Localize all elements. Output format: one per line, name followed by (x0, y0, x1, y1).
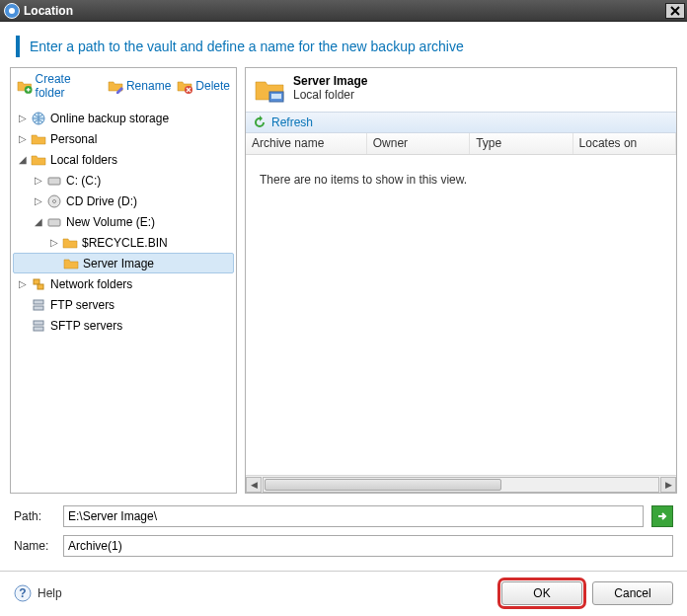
scroll-track[interactable] (263, 477, 659, 493)
tree-label: New Volume (E:) (66, 215, 155, 229)
expand-spacer (17, 299, 29, 311)
refresh-icon (252, 115, 267, 130)
tree-label: Server Image (83, 257, 154, 270)
collapse-icon[interactable]: ◢ (17, 154, 29, 166)
svg-rect-12 (34, 327, 43, 331)
tree-label: SFTP servers (50, 319, 122, 333)
create-folder-link[interactable]: Create folder (17, 72, 102, 100)
col-type[interactable]: Type (470, 133, 572, 154)
cd-icon (46, 193, 62, 209)
tree-item-cd-drive[interactable]: ▷CD Drive (D:) (13, 191, 234, 211)
svg-rect-14 (271, 94, 281, 99)
scroll-thumb[interactable] (265, 479, 501, 491)
network-icon (31, 276, 46, 292)
expand-icon[interactable]: ▷ (33, 175, 44, 187)
scroll-left-button[interactable]: ◀ (246, 477, 262, 493)
expand-icon[interactable]: ▷ (17, 133, 29, 145)
titlebar: Location (0, 0, 687, 22)
close-icon (670, 6, 680, 16)
path-name-form: Path: Name: (0, 494, 687, 563)
empty-message: There are no items to show in this view. (260, 173, 467, 187)
tree-item-ftp[interactable]: FTP servers (13, 294, 234, 315)
folder-tree-panel: Create folder Rename Delete ▷Online back… (10, 67, 237, 494)
refresh-button[interactable]: Refresh (246, 112, 676, 133)
folder-rename-icon (108, 78, 123, 94)
help-link[interactable]: ? Help (14, 584, 62, 602)
detail-header: Server Image Local folder (246, 68, 676, 112)
header-text: Enter a path to the vault and define a n… (30, 38, 464, 54)
window-title: Location (24, 4, 665, 18)
expand-spacer (49, 258, 61, 270)
disk-icon (46, 214, 62, 230)
svg-rect-9 (34, 300, 43, 304)
collapse-icon[interactable]: ◢ (33, 216, 44, 228)
svg-point-5 (53, 199, 56, 202)
folder-delete-icon (177, 78, 192, 94)
tree-label: CD Drive (D:) (66, 194, 137, 208)
svg-rect-7 (34, 279, 39, 284)
header-accent (16, 36, 20, 57)
ok-button[interactable]: OK (501, 581, 582, 605)
detail-name: Server Image (293, 74, 367, 88)
help-label: Help (38, 586, 62, 600)
path-label: Path: (14, 509, 55, 523)
rename-link[interactable]: Rename (108, 72, 171, 100)
folder-plus-icon (17, 78, 33, 94)
expand-icon[interactable]: ▷ (17, 278, 29, 290)
header-instruction: Enter a path to the vault and define a n… (0, 22, 687, 67)
tree-item-server-image[interactable]: Server Image (13, 253, 234, 273)
tree-label: C: (C:) (66, 174, 101, 188)
tree-item-network[interactable]: ▷Network folders (13, 273, 234, 294)
delete-label: Delete (195, 79, 230, 93)
col-owner[interactable]: Owner (367, 133, 470, 154)
expand-icon[interactable]: ▷ (17, 113, 29, 124)
tree-item-c-drive[interactable]: ▷C: (C:) (13, 170, 234, 191)
folder-icon (31, 152, 46, 168)
globe-icon (31, 111, 46, 126)
tree-label: Personal (50, 132, 97, 146)
tree-item-sftp[interactable]: SFTP servers (13, 315, 234, 336)
tree-item-personal[interactable]: ▷Personal (13, 128, 234, 149)
tree-item-recycle[interactable]: ▷$RECYCLE.BIN (13, 232, 234, 253)
tree-label: FTP servers (50, 298, 114, 312)
expand-icon[interactable]: ▷ (48, 237, 60, 249)
refresh-label: Refresh (271, 116, 313, 129)
close-button[interactable] (665, 3, 685, 19)
expand-icon[interactable]: ▷ (33, 195, 44, 207)
detail-subtitle: Local folder (293, 88, 367, 102)
name-input[interactable] (63, 535, 673, 557)
server-icon (31, 297, 46, 313)
create-folder-label: Create folder (36, 72, 102, 100)
col-locates[interactable]: Locates on (573, 133, 676, 154)
tree-item-online[interactable]: ▷Online backup storage (13, 108, 234, 128)
items-list: There are no items to show in this view. (246, 155, 676, 475)
horizontal-scrollbar[interactable]: ◀ ▶ (246, 475, 676, 493)
svg-rect-10 (34, 306, 43, 310)
tree-item-e-drive[interactable]: ◢New Volume (E:) (13, 211, 234, 232)
svg-rect-11 (34, 321, 43, 325)
bottom-bar: ? Help OK Cancel (0, 571, 687, 615)
arrow-right-icon (656, 510, 668, 522)
go-button[interactable] (651, 505, 673, 527)
server-icon (31, 318, 46, 334)
folder-icon (31, 131, 46, 147)
tree-label: Network folders (50, 277, 132, 291)
folder-tree[interactable]: ▷Online backup storage ▷Personal ◢Local … (11, 106, 236, 493)
cancel-button[interactable]: Cancel (592, 581, 673, 605)
svg-text:?: ? (19, 586, 26, 600)
delete-link[interactable]: Delete (177, 72, 230, 100)
expand-spacer (17, 320, 29, 332)
scroll-right-button[interactable]: ▶ (660, 477, 676, 493)
col-archive[interactable]: Archive name (246, 133, 367, 154)
path-input[interactable] (63, 505, 644, 527)
svg-rect-6 (48, 219, 60, 226)
app-icon (4, 3, 20, 19)
folder-icon (62, 235, 78, 251)
disk-icon (46, 173, 62, 189)
folder-icon (63, 256, 79, 271)
name-label: Name: (14, 539, 55, 553)
tree-label: $RECYCLE.BIN (82, 236, 168, 250)
tree-label: Online backup storage (50, 112, 169, 125)
folder-toolbar: Create folder Rename Delete (11, 68, 236, 106)
tree-item-local[interactable]: ◢Local folders (13, 149, 234, 170)
